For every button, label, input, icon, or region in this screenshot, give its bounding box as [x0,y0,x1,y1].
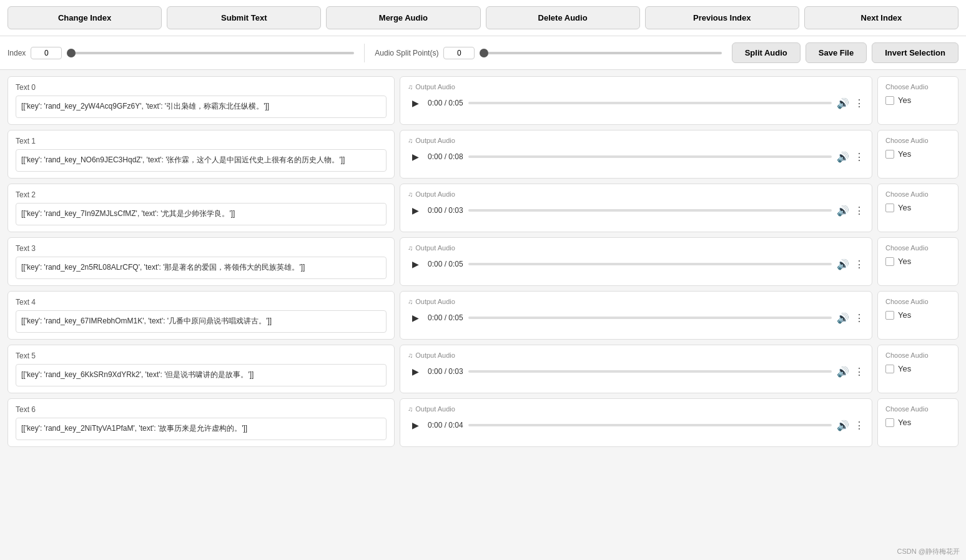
index-control-group: Index [7,47,354,59]
text-content-6: [['key': 'rand_key_2NiTtyVA1PfaM', 'text… [16,418,387,440]
merge-audio-button[interactable]: Merge Audio [326,6,480,29]
choose-checkbox-1[interactable] [885,150,894,159]
text-panel-2: Text 2 [['key': 'rand_key_7In9ZMJLsCfMZ'… [7,184,395,232]
text-content-0: [['key': 'rand_key_2yW4Acq9GFz6Y', 'text… [16,96,387,118]
text-label-2: Text 2 [16,190,387,199]
choose-checkbox-0[interactable] [885,96,894,105]
yes-text-4: Yes [898,310,911,320]
volume-icon-0[interactable]: 🔊 [837,97,849,109]
text-panel-3: Text 3 [['key': 'rand_key_2n5RL08ALrCFQ'… [7,237,395,286]
submit-text-button[interactable]: Submit Text [167,6,321,29]
more-icon-4[interactable]: ⋮ [854,312,864,324]
play-button-5[interactable]: ▶ [408,364,423,379]
action-buttons: Split Audio Save File Invert Selection [732,42,959,63]
text-content-5: [['key': 'rand_key_6KkSRn9XdYRk2', 'text… [16,364,387,386]
delete-audio-button[interactable]: Delete Audio [486,6,640,29]
choose-yes-label-0[interactable]: Yes [885,96,950,105]
choose-yes-label-2[interactable]: Yes [885,203,950,212]
more-icon-6[interactable]: ⋮ [854,420,864,431]
audio-progress-4[interactable] [468,317,832,319]
choose-yes-label-1[interactable]: Yes [885,149,950,159]
music-icon-3 [408,244,413,252]
audio-label-4: Output Audio [408,298,864,305]
volume-icon-1[interactable]: 🔊 [837,151,849,163]
main-content: Text 0 [['key': 'rand_key_2yW4Acq9GFz6Y'… [0,70,966,555]
index-label: Index [7,49,26,57]
invert-selection-button[interactable]: Invert Selection [872,42,959,63]
choose-checkbox-4[interactable] [885,311,894,320]
choose-label-0: Choose Audio [885,83,950,91]
choose-panel-4: Choose Audio Yes [877,291,959,340]
play-button-1[interactable]: ▶ [408,149,423,164]
audio-controls-4: ▶ 0:00 / 0:05 🔊 ⋮ [408,310,864,325]
audio-controls-2: ▶ 0:00 / 0:03 🔊 ⋮ [408,203,864,218]
audio-time-6: 0:00 / 0:04 [428,421,463,430]
choose-panel-3: Choose Audio Yes [877,237,959,286]
volume-icon-6[interactable]: 🔊 [837,420,849,431]
audio-time-1: 0:00 / 0:08 [428,152,463,161]
audio-label-6: Output Audio [408,405,864,413]
audio-progress-6[interactable] [468,424,832,426]
audio-progress-0[interactable] [468,102,832,104]
audio-label-1: Output Audio [408,137,864,144]
choose-checkbox-3[interactable] [885,257,894,266]
yes-text-2: Yes [898,203,911,212]
audio-panel-5: Output Audio ▶ 0:00 / 0:03 🔊 ⋮ [400,345,872,393]
more-icon-3[interactable]: ⋮ [854,258,864,270]
previous-index-button[interactable]: Previous Index [645,6,799,29]
choose-checkbox-5[interactable] [885,365,894,373]
more-icon-2[interactable]: ⋮ [854,205,864,217]
more-icon-5[interactable]: ⋮ [854,366,864,378]
index-value[interactable] [31,47,62,59]
audio-label-0: Output Audio [408,83,864,91]
choose-panel-1: Choose Audio Yes [877,130,959,179]
audio-time-2: 0:00 / 0:03 [428,206,463,215]
choose-yes-label-5[interactable]: Yes [885,364,950,373]
choose-yes-label-3[interactable]: Yes [885,257,950,266]
volume-icon-4[interactable]: 🔊 [837,312,849,324]
row-2: Text 2 [['key': 'rand_key_7In9ZMJLsCfMZ'… [7,184,959,232]
row-4: Text 4 [['key': 'rand_key_67IMRebhOmM1K'… [7,291,959,340]
choose-checkbox-2[interactable] [885,204,894,212]
save-file-button[interactable]: Save File [806,42,867,63]
audio-progress-1[interactable] [468,155,832,158]
text-content-4: [['key': 'rand_key_67IMRebhOmM1K', 'text… [16,310,387,333]
audio-split-value[interactable] [443,47,475,59]
more-icon-1[interactable]: ⋮ [854,151,864,163]
play-button-2[interactable]: ▶ [408,203,423,218]
more-icon-0[interactable]: ⋮ [854,97,864,109]
split-audio-button[interactable]: Split Audio [732,42,801,63]
audio-panel-1: Output Audio ▶ 0:00 / 0:08 🔊 ⋮ [400,130,872,179]
yes-text-6: Yes [898,418,911,427]
audio-progress-5[interactable] [468,370,832,373]
audio-controls-1: ▶ 0:00 / 0:08 🔊 ⋮ [408,149,864,164]
play-button-6[interactable]: ▶ [408,418,423,433]
choose-yes-label-4[interactable]: Yes [885,310,950,320]
next-index-button[interactable]: Next Index [804,6,959,29]
row-6: Text 6 [['key': 'rand_key_2NiTtyVA1PfaM'… [7,398,959,447]
play-button-3[interactable]: ▶ [408,257,423,272]
audio-panel-3: Output Audio ▶ 0:00 / 0:05 🔊 ⋮ [400,237,872,286]
text-content-3: [['key': 'rand_key_2n5RL08ALrCFQ', 'text… [16,257,387,279]
audio-progress-2[interactable] [468,209,832,212]
audio-controls-0: ▶ 0:00 / 0:05 🔊 ⋮ [408,96,864,111]
audio-split-slider[interactable] [480,52,721,54]
audio-progress-3[interactable] [468,263,832,265]
text-panel-5: Text 5 [['key': 'rand_key_6KkSRn9XdYRk2'… [7,345,395,393]
choose-yes-label-6[interactable]: Yes [885,418,950,427]
volume-icon-3[interactable]: 🔊 [837,258,849,270]
play-button-0[interactable]: ▶ [408,96,423,111]
volume-icon-5[interactable]: 🔊 [837,366,849,378]
row-1: Text 1 [['key': 'rand_key_NO6n9JEC3HqdZ'… [7,130,959,179]
choose-label-2: Choose Audio [885,190,950,198]
choose-panel-2: Choose Audio Yes [877,184,959,232]
choose-checkbox-6[interactable] [885,418,894,427]
index-slider[interactable] [67,52,354,54]
choose-panel-0: Choose Audio Yes [877,76,959,125]
play-button-4[interactable]: ▶ [408,310,423,325]
change-index-button[interactable]: Change Index [7,6,162,29]
volume-icon-2[interactable]: 🔊 [837,205,849,217]
row-0: Text 0 [['key': 'rand_key_2yW4Acq9GFz6Y'… [7,76,959,125]
audio-panel-6: Output Audio ▶ 0:00 / 0:04 🔊 ⋮ [400,398,872,447]
row-3: Text 3 [['key': 'rand_key_2n5RL08ALrCFQ'… [7,237,959,286]
